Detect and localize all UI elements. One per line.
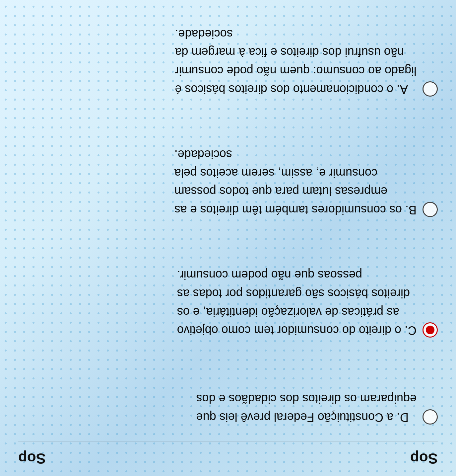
- spacer-DC: [18, 351, 438, 378]
- option-text-C: C. o direito do consumidor tem como obje…: [177, 266, 417, 340]
- option-block-D: D. a Constituição Federal prevê leis que…: [18, 389, 438, 427]
- radio-C[interactable]: [423, 322, 438, 338]
- top-label-right: Sop: [18, 450, 46, 467]
- top-labels: Sop Sop: [18, 445, 438, 469]
- option-block-A: A. o condicionamento dos direitos básico…: [18, 25, 438, 99]
- radio-D[interactable]: [423, 409, 438, 425]
- radio-B[interactable]: [423, 202, 438, 217]
- option-text-D: D. a Constituição Federal prevê leis que…: [196, 389, 417, 427]
- option-text-A: A. o condicionamento dos direitos básico…: [175, 25, 417, 99]
- option-text-B: B. os consumidores também têm direitos e…: [174, 145, 417, 219]
- page-wrapper: Sop Sop D. a Constituição Federal prevê …: [0, 0, 456, 476]
- separator-top: [18, 441, 438, 442]
- option-block-B: B. os consumidores também têm direitos e…: [18, 145, 438, 219]
- spacer-BA: [18, 110, 438, 133]
- content-area: Sop Sop D. a Constituição Federal prevê …: [0, 3, 456, 476]
- radio-A[interactable]: [423, 81, 438, 97]
- top-label-left: Sop: [410, 450, 438, 467]
- spacer-CB: [18, 231, 438, 254]
- option-block-C: C. o direito do consumidor tem como obje…: [18, 266, 438, 340]
- radio-dot-C: [426, 326, 434, 334]
